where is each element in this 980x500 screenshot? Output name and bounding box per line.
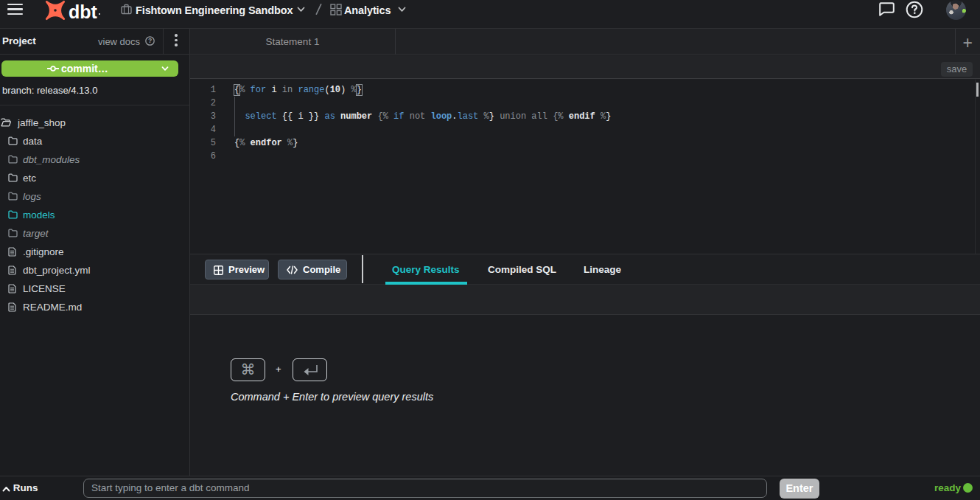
svg-text:?: ? xyxy=(148,37,152,44)
